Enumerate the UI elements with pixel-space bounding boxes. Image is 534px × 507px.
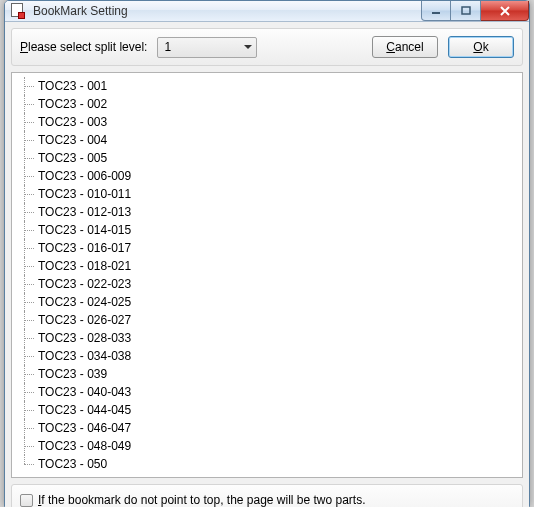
tree-item-label: TOC23 - 034-038 [38, 349, 131, 363]
tree-item[interactable]: TOC23 - 039 [14, 365, 520, 383]
split-level-value: 1 [164, 40, 171, 54]
tree-item-label: TOC23 - 001 [38, 79, 107, 93]
cancel-button-label: Cancel [386, 40, 423, 54]
tree-item[interactable]: TOC23 - 048-049 [14, 437, 520, 455]
tree-item-label: TOC23 - 010-011 [38, 187, 131, 201]
tree-item[interactable]: TOC23 - 050 [14, 455, 520, 473]
minimize-icon [431, 6, 441, 16]
tree-item-label: TOC23 - 040-043 [38, 385, 131, 399]
tree-item-label: TOC23 - 044-045 [38, 403, 131, 417]
tree-item[interactable]: TOC23 - 028-033 [14, 329, 520, 347]
option-two-parts-label: If the bookmark do not point to top, the… [38, 493, 366, 507]
tree-item-label: TOC23 - 012-013 [38, 205, 131, 219]
tree-item[interactable]: TOC23 - 001 [14, 77, 520, 95]
tree-item-label: TOC23 - 022-023 [38, 277, 131, 291]
tree-item[interactable]: TOC23 - 016-017 [14, 239, 520, 257]
tree-item[interactable]: TOC23 - 022-023 [14, 275, 520, 293]
tree-item[interactable]: TOC23 - 026-027 [14, 311, 520, 329]
dialog-window: BookMark Setting Please select split lev… [4, 0, 530, 507]
app-icon [11, 3, 27, 19]
svg-rect-1 [462, 7, 470, 14]
window-buttons [421, 1, 529, 21]
checkbox-icon [20, 494, 33, 507]
tree-item-label: TOC23 - 018-021 [38, 259, 131, 273]
chevron-down-icon [244, 45, 252, 49]
tree-item[interactable]: TOC23 - 012-013 [14, 203, 520, 221]
tree-item[interactable]: TOC23 - 040-043 [14, 383, 520, 401]
tree-item[interactable]: TOC23 - 018-021 [14, 257, 520, 275]
maximize-button[interactable] [451, 1, 481, 21]
tree-item-label: TOC23 - 048-049 [38, 439, 131, 453]
maximize-icon [461, 6, 471, 16]
tree-item-label: TOC23 - 028-033 [38, 331, 131, 345]
bookmark-tree[interactable]: TOC23 - 001TOC23 - 002TOC23 - 003TOC23 -… [14, 77, 520, 473]
close-button[interactable] [481, 1, 529, 21]
tree-item-label: TOC23 - 014-015 [38, 223, 131, 237]
tree-item[interactable]: TOC23 - 005 [14, 149, 520, 167]
tree-item-label: TOC23 - 039 [38, 367, 107, 381]
tree-item[interactable]: TOC23 - 044-045 [14, 401, 520, 419]
cancel-button[interactable]: Cancel [372, 36, 438, 58]
tree-item-label: TOC23 - 006-009 [38, 169, 131, 183]
tree-item[interactable]: TOC23 - 004 [14, 131, 520, 149]
ok-button[interactable]: Ok [448, 36, 514, 58]
tree-item-label: TOC23 - 002 [38, 97, 107, 111]
tree-item[interactable]: TOC23 - 003 [14, 113, 520, 131]
tree-item-label: TOC23 - 004 [38, 133, 107, 147]
bottom-panel: If the bookmark do not point to top, the… [11, 484, 523, 507]
ok-button-label: Ok [473, 40, 488, 54]
titlebar: BookMark Setting [5, 1, 529, 22]
tree-panel: TOC23 - 001TOC23 - 002TOC23 - 003TOC23 -… [11, 72, 523, 478]
window-title: BookMark Setting [33, 4, 421, 18]
svg-rect-0 [432, 12, 440, 14]
split-level-combo[interactable]: 1 [157, 37, 257, 58]
tree-item-label: TOC23 - 016-017 [38, 241, 131, 255]
tree-item[interactable]: TOC23 - 046-047 [14, 419, 520, 437]
tree-item-label: TOC23 - 003 [38, 115, 107, 129]
top-panel: Please select split level: 1 Cancel Ok [11, 28, 523, 66]
tree-item-label: TOC23 - 050 [38, 457, 107, 471]
tree-item[interactable]: TOC23 - 034-038 [14, 347, 520, 365]
tree-item-label: TOC23 - 026-027 [38, 313, 131, 327]
tree-item-label: TOC23 - 046-047 [38, 421, 131, 435]
tree-item[interactable]: TOC23 - 006-009 [14, 167, 520, 185]
minimize-button[interactable] [421, 1, 451, 21]
close-icon [499, 6, 511, 16]
tree-item-label: TOC23 - 005 [38, 151, 107, 165]
split-level-label: Please select split level: [20, 40, 147, 54]
tree-item[interactable]: TOC23 - 014-015 [14, 221, 520, 239]
tree-item-label: TOC23 - 024-025 [38, 295, 131, 309]
client-area: Please select split level: 1 Cancel Ok T… [5, 22, 529, 507]
tree-item[interactable]: TOC23 - 002 [14, 95, 520, 113]
tree-item[interactable]: TOC23 - 010-011 [14, 185, 520, 203]
tree-item[interactable]: TOC23 - 024-025 [14, 293, 520, 311]
option-two-parts[interactable]: If the bookmark do not point to top, the… [20, 491, 514, 507]
